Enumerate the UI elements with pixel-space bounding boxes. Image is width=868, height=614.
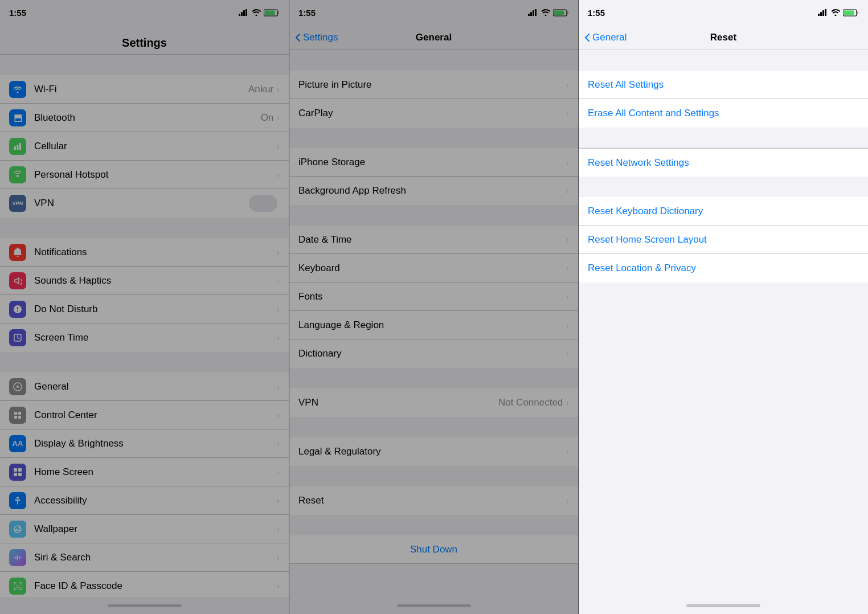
general-icon-svg (13, 382, 22, 391)
control-chevron: › (277, 411, 280, 420)
wifi-icon (9, 81, 26, 98)
sidebar-item-accessibility[interactable]: Accessibility › (0, 486, 289, 515)
shutdown-row[interactable]: Shut Down (289, 535, 578, 564)
sidebar-item-general[interactable]: General › (0, 373, 289, 401)
general-item-keyboard[interactable]: Keyboard › (289, 254, 578, 283)
svg-rect-33 (822, 10, 824, 16)
sidebar-item-hotspot[interactable]: Personal Hotspot › (0, 161, 289, 189)
reset-section-1: Reset All Settings Erase All Content and… (579, 71, 868, 128)
control-label: Control Center (34, 410, 277, 421)
reset-item-homescreen[interactable]: Reset Home Screen Layout (579, 226, 868, 254)
svg-rect-36 (857, 11, 858, 14)
time-p3: 1:55 (588, 8, 605, 18)
keyboard-label: Keyboard (298, 263, 566, 274)
sidebar-item-notifications[interactable]: Notifications › (0, 238, 289, 267)
svg-rect-26 (533, 10, 534, 16)
svg-rect-30 (554, 10, 564, 15)
general-scroll[interactable]: Picture in Picture › CarPlay › iPhone St… (289, 50, 578, 597)
sidebar-item-sounds[interactable]: Sounds & Haptics › (0, 267, 289, 295)
reset-keyboard-label: Reset Keyboard Dictionary (588, 206, 859, 217)
pip-chevron: › (566, 80, 569, 89)
back-button-p2[interactable]: Settings (295, 32, 338, 43)
sep2 (0, 218, 289, 238)
general-item-datetime[interactable]: Date & Time › (289, 226, 578, 254)
reset-label: Reset (298, 495, 566, 506)
sidebar-item-siri[interactable]: Siri & Search › (0, 543, 289, 572)
general-item-fonts[interactable]: Fonts › (289, 283, 578, 311)
sidebar-item-dnd[interactable]: Do Not Disturb › (0, 295, 289, 324)
display-symbol: AA (13, 439, 23, 448)
sidebar-item-homescreen[interactable]: Home Screen › (0, 458, 289, 486)
shutdown-label: Shut Down (410, 544, 457, 555)
reset-item-location[interactable]: Reset Location & Privacy (579, 254, 868, 283)
sep-r3 (579, 177, 868, 197)
wifi-status-icon-p3 (831, 9, 840, 16)
bt-label: Bluetooth (34, 112, 261, 124)
fonts-label: Fonts (298, 291, 566, 302)
dnd-icon-svg (13, 305, 22, 314)
status-bar-p2: 1:55 (289, 0, 578, 25)
general-item-vpn[interactable]: VPN Not Connected › (289, 388, 578, 417)
reset-item-network[interactable]: Reset Network Settings (579, 148, 868, 177)
datetime-chevron: › (566, 235, 569, 244)
svg-rect-24 (528, 14, 530, 16)
wallpaper-label: Wallpaper (34, 523, 277, 535)
fonts-chevron: › (566, 292, 569, 301)
sep-g3 (289, 205, 578, 226)
general-item-legal[interactable]: Legal & Regulatory › (289, 437, 578, 466)
general-item-language[interactable]: Language & Region › (289, 311, 578, 339)
sidebar-item-faceid[interactable]: Face ID & Passcode › (0, 572, 289, 597)
settings-scroll[interactable]: Wi-Fi Ankur › ⬒ Bluetooth On › (0, 55, 289, 597)
svg-rect-27 (535, 9, 537, 16)
sidebar-item-cellular[interactable]: Cellular › (0, 132, 289, 161)
faceid-chevron: › (277, 582, 280, 591)
general-item-storage[interactable]: iPhone Storage › (289, 148, 578, 177)
general-item-reset[interactable]: Reset › (289, 486, 578, 515)
vpn-symbol: VPN (13, 200, 23, 206)
erase-all-label: Erase All Content and Settings (588, 108, 859, 119)
hotspot-icon (9, 166, 26, 183)
sidebar-item-screentime[interactable]: Screen Time › (0, 324, 289, 352)
svg-rect-14 (18, 412, 21, 415)
sep-g2 (289, 128, 578, 148)
reset-chevron: › (566, 496, 569, 505)
general-item-dictionary[interactable]: Dictionary › (289, 339, 578, 368)
sidebar-item-display[interactable]: AA Display & Brightness › (0, 429, 289, 458)
reset-item-keyboard[interactable]: Reset Keyboard Dictionary (579, 197, 868, 226)
siri-icon-svg (13, 553, 22, 562)
notif-icon (9, 244, 26, 261)
legal-chevron: › (566, 447, 569, 456)
back-button-p3[interactable]: General (584, 32, 627, 43)
reset-item-erase[interactable]: Erase All Content and Settings (579, 99, 868, 128)
svg-rect-37 (844, 10, 854, 15)
reset-scroll[interactable]: Reset All Settings Erase All Content and… (579, 50, 868, 597)
general-item-bgrefresh[interactable]: Background App Refresh › (289, 177, 578, 205)
sidebar-item-vpn[interactable]: VPN VPN (0, 189, 289, 218)
sep-g7 (289, 515, 578, 535)
sidebar-item-wifi[interactable]: Wi-Fi Ankur › (0, 75, 289, 104)
sidebar-item-control[interactable]: Control Center › (0, 401, 289, 429)
svg-rect-16 (18, 416, 21, 419)
storage-chevron: › (566, 158, 569, 167)
reset-item-all-settings[interactable]: Reset All Settings (579, 71, 868, 99)
general-item-pip[interactable]: Picture in Picture › (289, 71, 578, 99)
sep-r2 (579, 128, 868, 148)
notif-icon-svg (13, 247, 22, 257)
wallpaper-icon (9, 521, 26, 538)
reset-location-label: Reset Location & Privacy (588, 263, 859, 274)
vpn-toggle[interactable] (249, 195, 277, 212)
sounds-chevron: › (277, 276, 280, 285)
wallpaper-icon-svg (13, 525, 22, 534)
wifi-value: Ankur (248, 84, 273, 95)
general-panel: 1:55 Settings (289, 0, 579, 614)
svg-rect-29 (567, 11, 568, 14)
svg-point-23 (19, 527, 21, 529)
general-item-carplay[interactable]: CarPlay › (289, 99, 578, 128)
wifi-chevron: › (277, 85, 280, 94)
homescreen-label: Home Screen (34, 466, 277, 478)
bottom-spacer-p2 (289, 564, 578, 587)
sidebar-item-wallpaper[interactable]: Wallpaper › (0, 515, 289, 543)
sidebar-item-bluetooth[interactable]: ⬒ Bluetooth On › (0, 104, 289, 132)
datetime-label: Date & Time (298, 234, 566, 245)
home-bar-p2 (397, 604, 471, 607)
